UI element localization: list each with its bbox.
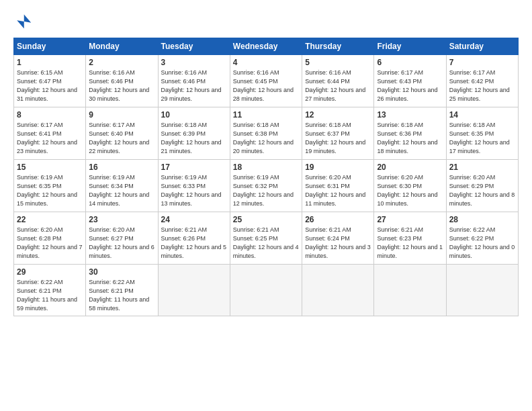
day-number: 11 [233,110,299,120]
calendar-day-cell [158,265,230,316]
header [13,12,519,31]
calendar-day-cell: 5 Sunrise: 6:16 AMSunset: 6:44 PMDayligh… [302,55,374,107]
day-info: Sunrise: 6:21 AMSunset: 6:23 PMDaylight:… [377,226,443,261]
day-number: 19 [305,163,371,172]
calendar-week-row: 22 Sunrise: 6:20 AMSunset: 6:28 PMDaylig… [14,212,519,265]
calendar-table: SundayMondayTuesdayWednesdayThursdayFrid… [13,38,519,316]
calendar-day-cell: 26 Sunrise: 6:21 AMSunset: 6:24 PMDaylig… [302,212,374,265]
day-number: 25 [233,215,299,224]
day-info: Sunrise: 6:19 AMSunset: 6:35 PMDaylight:… [17,173,83,208]
day-info: Sunrise: 6:17 AMSunset: 6:43 PMDaylight:… [377,68,443,103]
calendar-day-cell: 20 Sunrise: 6:20 AMSunset: 6:30 PMDaylig… [374,160,446,212]
weekday-header-cell: Tuesday [158,38,230,55]
calendar-day-cell [446,265,518,316]
weekday-header-cell: Thursday [302,38,374,55]
weekday-header-cell: Monday [86,38,158,55]
calendar-day-cell: 6 Sunrise: 6:17 AMSunset: 6:43 PMDayligh… [374,55,446,107]
day-info: Sunrise: 6:18 AMSunset: 6:36 PMDaylight:… [377,121,443,156]
calendar-day-cell: 23 Sunrise: 6:20 AMSunset: 6:27 PMDaylig… [86,212,158,265]
calendar-day-cell: 27 Sunrise: 6:21 AMSunset: 6:23 PMDaylig… [374,212,446,265]
day-number: 24 [161,215,227,224]
day-info: Sunrise: 6:18 AMSunset: 6:37 PMDaylight:… [305,121,371,156]
day-number: 1 [17,58,83,67]
day-info: Sunrise: 6:16 AMSunset: 6:44 PMDaylight:… [305,68,371,103]
day-info: Sunrise: 6:20 AMSunset: 6:27 PMDaylight:… [89,226,154,261]
calendar-day-cell: 2 Sunrise: 6:16 AMSunset: 6:46 PMDayligh… [86,55,158,107]
calendar-day-cell [302,265,374,316]
day-info: Sunrise: 6:22 AMSunset: 6:22 PMDaylight:… [449,226,515,261]
calendar-day-cell: 9 Sunrise: 6:17 AMSunset: 6:40 PMDayligh… [86,107,158,160]
day-info: Sunrise: 6:21 AMSunset: 6:24 PMDaylight:… [305,226,371,261]
calendar-day-cell: 24 Sunrise: 6:21 AMSunset: 6:26 PMDaylig… [158,212,230,265]
day-number: 5 [305,58,371,67]
day-info: Sunrise: 6:20 AMSunset: 6:28 PMDaylight:… [17,226,83,261]
calendar-day-cell: 12 Sunrise: 6:18 AMSunset: 6:37 PMDaylig… [302,107,374,160]
calendar-day-cell: 18 Sunrise: 6:19 AMSunset: 6:32 PMDaylig… [230,160,302,212]
day-number: 18 [233,163,299,172]
calendar-week-row: 1 Sunrise: 6:15 AMSunset: 6:47 PMDayligh… [14,55,519,107]
calendar-day-cell: 8 Sunrise: 6:17 AMSunset: 6:41 PMDayligh… [14,107,86,160]
day-number: 29 [17,267,83,277]
weekday-header-row: SundayMondayTuesdayWednesdayThursdayFrid… [14,38,519,55]
day-number: 3 [161,58,227,67]
day-info: Sunrise: 6:18 AMSunset: 6:38 PMDaylight:… [233,121,299,156]
day-number: 4 [233,58,299,67]
day-number: 14 [449,110,515,120]
day-number: 15 [17,163,83,172]
day-info: Sunrise: 6:21 AMSunset: 6:26 PMDaylight:… [161,226,227,261]
weekday-header-cell: Saturday [446,38,518,55]
day-info: Sunrise: 6:21 AMSunset: 6:25 PMDaylight:… [233,226,299,261]
day-info: Sunrise: 6:20 AMSunset: 6:31 PMDaylight:… [305,173,371,208]
day-number: 20 [377,163,443,172]
day-number: 16 [89,163,154,172]
calendar-day-cell: 4 Sunrise: 6:16 AMSunset: 6:45 PMDayligh… [230,55,302,107]
page: SundayMondayTuesdayWednesdayThursdayFrid… [0,0,532,323]
day-info: Sunrise: 6:20 AMSunset: 6:30 PMDaylight:… [377,173,443,208]
day-number: 12 [305,110,371,120]
day-info: Sunrise: 6:17 AMSunset: 6:42 PMDaylight:… [449,68,515,103]
day-number: 8 [17,110,83,120]
logo-icon [13,12,32,31]
day-number: 27 [377,215,443,224]
day-info: Sunrise: 6:20 AMSunset: 6:29 PMDaylight:… [449,173,515,208]
day-info: Sunrise: 6:17 AMSunset: 6:41 PMDaylight:… [17,121,83,156]
calendar-day-cell: 30 Sunrise: 6:22 AMSunset: 6:21 PMDaylig… [86,265,158,316]
calendar-day-cell: 10 Sunrise: 6:18 AMSunset: 6:39 PMDaylig… [158,107,230,160]
day-info: Sunrise: 6:15 AMSunset: 6:47 PMDaylight:… [17,68,83,103]
calendar-day-cell: 17 Sunrise: 6:19 AMSunset: 6:33 PMDaylig… [158,160,230,212]
day-info: Sunrise: 6:22 AMSunset: 6:21 PMDaylight:… [89,278,154,313]
day-info: Sunrise: 6:16 AMSunset: 6:46 PMDaylight:… [89,68,154,103]
calendar-week-row: 8 Sunrise: 6:17 AMSunset: 6:41 PMDayligh… [14,107,519,160]
logo [13,12,35,31]
calendar-week-row: 29 Sunrise: 6:22 AMSunset: 6:21 PMDaylig… [14,265,519,316]
day-number: 13 [377,110,443,120]
calendar-day-cell: 1 Sunrise: 6:15 AMSunset: 6:47 PMDayligh… [14,55,86,107]
calendar-day-cell: 11 Sunrise: 6:18 AMSunset: 6:38 PMDaylig… [230,107,302,160]
calendar-day-cell: 15 Sunrise: 6:19 AMSunset: 6:35 PMDaylig… [14,160,86,212]
day-number: 6 [377,58,443,67]
calendar-day-cell: 22 Sunrise: 6:20 AMSunset: 6:28 PMDaylig… [14,212,86,265]
day-info: Sunrise: 6:16 AMSunset: 6:46 PMDaylight:… [161,68,227,103]
calendar-week-row: 15 Sunrise: 6:19 AMSunset: 6:35 PMDaylig… [14,160,519,212]
day-number: 28 [449,215,515,224]
calendar-day-cell [374,265,446,316]
day-info: Sunrise: 6:22 AMSunset: 6:21 PMDaylight:… [17,278,83,313]
calendar-day-cell: 7 Sunrise: 6:17 AMSunset: 6:42 PMDayligh… [446,55,518,107]
svg-marker-0 [17,15,31,29]
weekday-header-cell: Friday [374,38,446,55]
day-number: 7 [449,58,515,67]
day-info: Sunrise: 6:17 AMSunset: 6:40 PMDaylight:… [89,121,154,156]
day-number: 9 [89,110,154,120]
day-info: Sunrise: 6:19 AMSunset: 6:33 PMDaylight:… [161,173,227,208]
calendar-day-cell: 16 Sunrise: 6:19 AMSunset: 6:34 PMDaylig… [86,160,158,212]
day-number: 21 [449,163,515,172]
calendar-day-cell: 28 Sunrise: 6:22 AMSunset: 6:22 PMDaylig… [446,212,518,265]
day-info: Sunrise: 6:19 AMSunset: 6:32 PMDaylight:… [233,173,299,208]
calendar-day-cell: 13 Sunrise: 6:18 AMSunset: 6:36 PMDaylig… [374,107,446,160]
day-number: 22 [17,215,83,224]
day-info: Sunrise: 6:16 AMSunset: 6:45 PMDaylight:… [233,68,299,103]
calendar-day-cell: 29 Sunrise: 6:22 AMSunset: 6:21 PMDaylig… [14,265,86,316]
day-number: 17 [161,163,227,172]
day-number: 26 [305,215,371,224]
calendar-day-cell: 25 Sunrise: 6:21 AMSunset: 6:25 PMDaylig… [230,212,302,265]
